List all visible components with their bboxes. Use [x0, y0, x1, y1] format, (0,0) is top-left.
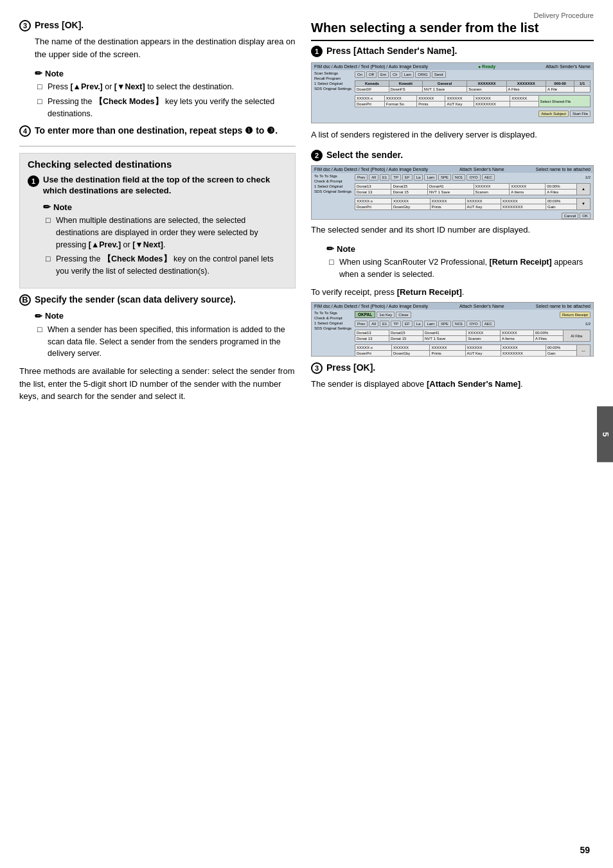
right-section-title: When selecting a sender from the list [311, 19, 594, 41]
stepB-header: B Specify the sender (scan data delivery… [19, 294, 296, 306]
right-step3-header: 3 Press [OK]. [311, 362, 594, 374]
note2-icon: ✏ [43, 202, 51, 212]
right-step2-circle: 2 [311, 150, 323, 161]
note2-body: When multiple destinations are selected,… [46, 215, 287, 278]
step4-circle: 4 [19, 125, 31, 137]
checking-section: Checking selected destinations 1 Use the… [19, 153, 296, 288]
step3-circle: 3 [19, 20, 31, 31]
chapter-tab: 5 [597, 406, 613, 462]
right-step2-header: 2 Select the sender. [311, 149, 594, 161]
section-divider-1 [19, 146, 296, 146]
note2-header: ✏ Note [43, 202, 287, 212]
right-step1-circle: 1 [311, 46, 323, 57]
step3-body: The name of the destination appears in t… [35, 35, 296, 60]
stepB-circle: B [19, 294, 31, 306]
right-body1: A list of senders registered in the deli… [311, 128, 594, 141]
note4-icon: ✏ [326, 244, 334, 254]
note3-icon: ✏ [35, 311, 42, 321]
right-step3-title: Press [OK]. [326, 362, 375, 373]
note1-header: ✏ Note [35, 68, 296, 78]
note1-item2: Pressing the 【Check Modes】 key lets you … [37, 96, 296, 120]
check-step1-header: 1 Use the destination field at the top o… [28, 175, 287, 197]
step4-header: 4 To enter more than one destination, re… [19, 125, 296, 137]
note4-item1: When using ScanRouter V2 Professional, [… [329, 256, 594, 281]
note1-icon: ✏ [35, 68, 42, 78]
right-step1-header: 1 Press [Attach Sender's Name]. [311, 45, 594, 57]
note3-header: ✏ Note [35, 311, 296, 321]
right-step1-title: Press [Attach Sender's Name]. [326, 45, 457, 57]
step3-title: Press [OK]. [35, 19, 84, 31]
note2-item1: When multiple destinations are selected,… [46, 215, 287, 251]
screen1: FIM dsc / Auto Detect / Text (Photo) / A… [311, 62, 594, 123]
note4-label: Note [337, 244, 355, 254]
checking-title: Checking selected destinations [28, 159, 287, 170]
stepB-title: Specify the sender (scan data delivery s… [35, 294, 236, 305]
receipt-text: To verify receipt, press [Return Receipt… [311, 286, 594, 299]
note3-body: When a sender has been specified, this i… [37, 324, 296, 360]
note2-label: Note [53, 202, 72, 212]
check-step1-title: Use the destination field at the top of … [43, 175, 287, 197]
delivery-procedure-label: Delivery Procedure [533, 12, 594, 19]
note1-item1: Press [▲Prev.] or [▼Next] to select the … [37, 81, 296, 93]
note1-body: Press [▲Prev.] or [▼Next] to select the … [37, 81, 296, 120]
note2: ✏ Note When multiple destinations are se… [43, 202, 287, 278]
screen3: FIM dsc / Auto Detect / Text (Photo) / A… [311, 302, 594, 357]
step4-title: To enter more than one destination, repe… [35, 125, 278, 136]
step3-header: 3 Press [OK]. [19, 19, 296, 31]
note3-item1: When a sender has been specified, this i… [37, 324, 296, 360]
right-body2: The selected sender and its short ID num… [311, 224, 594, 236]
note3: ✏ Note When a sender has been specified,… [35, 311, 296, 360]
note1: ✏ Note Press [▲Prev.] or [▼Next] to sele… [35, 68, 296, 120]
right-step2-title: Select the sender. [326, 149, 403, 161]
note4: ✏ Note When using ScanRouter V2 Professi… [326, 244, 594, 281]
note4-header: ✏ Note [326, 244, 594, 254]
page-number: 59 [580, 845, 590, 855]
note2-item2: Pressing the 【Check Modes】 key on the co… [46, 253, 287, 278]
right-step3-circle: 3 [311, 362, 323, 374]
note3-label: Note [45, 311, 64, 321]
note1-label: Note [45, 69, 64, 78]
right-column: When selecting a sender from the list 1 … [311, 19, 594, 411]
body2: Three methods are available for selectin… [19, 365, 296, 403]
left-column: 3 Press [OK]. The name of the destinatio… [19, 19, 296, 411]
note4-body: When using ScanRouter V2 Professional, [… [329, 256, 594, 281]
screen2: FIM dsc / Auto Detect / Text (Photo) / A… [311, 165, 594, 220]
check-step1-circle: 1 [28, 175, 39, 187]
right-body3: The sender is displayed above [Attach Se… [311, 378, 594, 391]
